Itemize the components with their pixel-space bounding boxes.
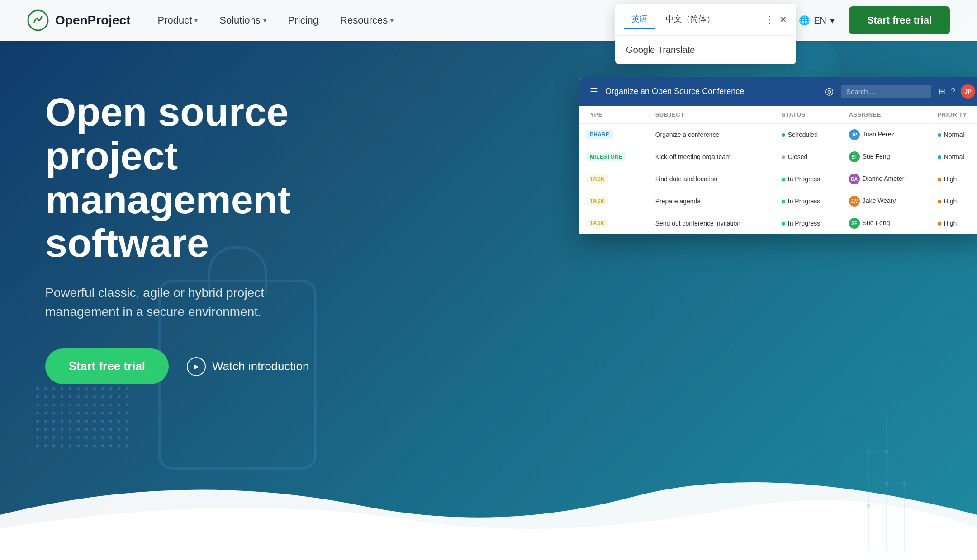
dot (126, 395, 128, 398)
status-dot (782, 200, 785, 203)
hero-subtitle: Powerful classic, agile or hybrid projec… (45, 283, 308, 321)
dot (36, 395, 39, 398)
hero-content: Open source project management software … (45, 90, 362, 384)
translate-tab-chinese[interactable]: 中文（简体） (659, 10, 722, 29)
translate-header-right: ⋮ ✕ (765, 14, 787, 25)
logo[interactable]: OpenProject (27, 9, 130, 31)
dot (118, 387, 120, 390)
cell-status: In Progress (774, 212, 842, 235)
dot (69, 395, 71, 398)
user-avatar: JP (961, 84, 975, 99)
app-header-icons: ⊞ ? JP (939, 84, 975, 99)
assignee-avatar: JP (849, 129, 860, 140)
circuit-lines (841, 415, 932, 551)
table-header-row: TYPE SUBJECT STATUS ASSIGNEE PRIORITY (579, 106, 977, 124)
dot (101, 412, 104, 414)
cell-type: TASK (579, 168, 648, 190)
svg-point-7 (885, 450, 888, 453)
hero-cta-button[interactable]: Start free trial (45, 348, 169, 384)
dot (101, 387, 104, 390)
logo-text: OpenProject (55, 13, 130, 28)
help-icon: ? (951, 87, 955, 96)
table-row: MILESTONE Kick-off meeting orga team Clo… (579, 146, 977, 168)
priority-dot (938, 155, 941, 159)
table-row: PHASE Organize a conference Scheduled JP… (579, 124, 977, 146)
svg-point-8 (867, 504, 870, 508)
close-icon[interactable]: ✕ (779, 14, 787, 25)
dot (44, 412, 47, 414)
navbar-right: 🌐 EN ▾ Start free trial (799, 6, 950, 34)
nav-solutions[interactable]: Solutions ▾ (219, 14, 266, 26)
grid-icon: ⊞ (939, 86, 945, 96)
app-search-input[interactable] (841, 85, 931, 98)
cell-subject: Kick-off meeting orga team (648, 146, 774, 168)
dot (126, 404, 128, 406)
dot (93, 412, 96, 414)
cell-priority: High (930, 168, 977, 190)
dot (69, 387, 71, 390)
navbar-cta-button[interactable]: Start free trial (849, 6, 950, 34)
nav-resources[interactable]: Resources ▾ (340, 14, 394, 26)
dot (85, 387, 88, 390)
dot (101, 404, 104, 406)
dot (126, 412, 128, 414)
dot (93, 387, 96, 390)
translate-source-text: Google Translate (626, 45, 695, 55)
language-button[interactable]: 🌐 EN ▾ (799, 15, 835, 26)
col-type: TYPE (579, 106, 648, 124)
dot (77, 412, 80, 414)
dot (109, 387, 112, 390)
type-badge: MILESTONE (586, 152, 626, 161)
cell-priority: High (930, 190, 977, 212)
hero-wave (0, 424, 977, 560)
app-screenshot: ☰ Organize an Open Source Conference ◎ ⊞… (579, 77, 977, 234)
app-table: TYPE SUBJECT STATUS ASSIGNEE PRIORITY PH… (579, 106, 977, 234)
dot (118, 412, 120, 414)
cell-priority: High (930, 212, 977, 235)
dot (85, 404, 88, 406)
cell-status: In Progress (774, 168, 842, 190)
assignee-avatar: JW (849, 196, 860, 207)
dot (52, 420, 55, 423)
dot (61, 404, 63, 406)
nav-product[interactable]: Product ▾ (157, 14, 198, 26)
play-icon: ▶ (187, 357, 206, 376)
dot (126, 387, 128, 390)
table-row: TASK Prepare agenda In Progress JWJake W… (579, 190, 977, 212)
col-priority: PRIORITY (930, 106, 977, 124)
priority-dot (938, 200, 941, 203)
more-icon[interactable]: ⋮ (765, 14, 774, 25)
col-status: STATUS (774, 106, 842, 124)
dot (52, 412, 55, 414)
translate-body: Google Translate (615, 36, 796, 64)
col-assignee: ASSIGNEE (842, 106, 930, 124)
dot (118, 420, 120, 423)
dot (77, 404, 80, 406)
hero-section: for(let i=0; i<96; i++) document.write('… (0, 0, 977, 560)
navbar: OpenProject Product ▾ Solutions ▾ Pricin… (0, 0, 977, 41)
cell-status: Scheduled (774, 124, 842, 146)
dot (36, 404, 39, 406)
dot (109, 412, 112, 414)
chevron-icon: ▾ (390, 17, 394, 24)
chevron-icon: ▾ (263, 17, 266, 24)
dot (69, 404, 71, 406)
chevron-icon: ▾ (194, 17, 198, 24)
translate-tab-english[interactable]: 英语 (624, 10, 655, 29)
dot (52, 395, 55, 398)
hero-watch-button[interactable]: ▶ Watch introduction (187, 357, 309, 376)
dot (44, 420, 47, 423)
cell-assignee: SFSue Feng (842, 146, 930, 168)
hero-title: Open source project management software (45, 90, 362, 265)
app-logo-icon: ◎ (825, 85, 834, 97)
dot (126, 420, 128, 423)
dot (109, 395, 112, 398)
hamburger-icon: ☰ (590, 86, 598, 97)
cell-status: Closed (774, 146, 842, 168)
project-name: Organize an Open Source Conference (605, 87, 818, 96)
dot (36, 412, 39, 414)
dot (118, 395, 120, 398)
cell-assignee: JPJuan Perez (842, 124, 930, 146)
cell-priority: Normal (930, 124, 977, 146)
nav-pricing[interactable]: Pricing (288, 14, 318, 26)
